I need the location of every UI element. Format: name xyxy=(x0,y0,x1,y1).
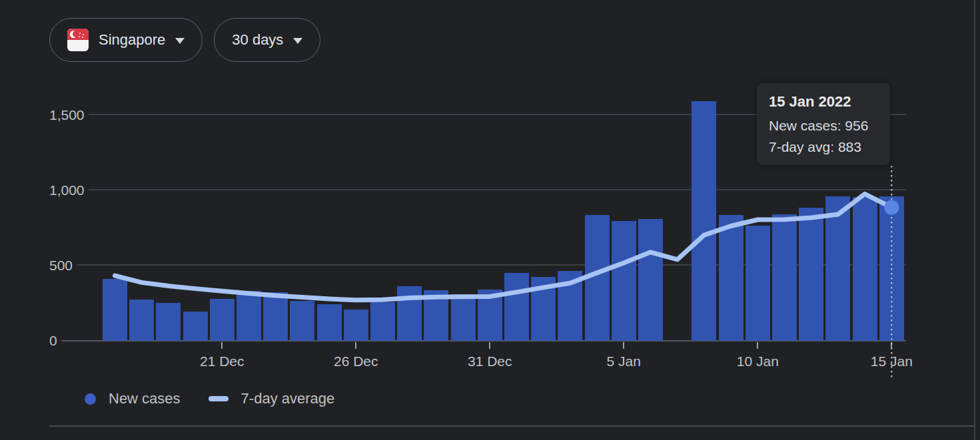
bar-5-jan[interactable] xyxy=(612,221,636,341)
x-axis-label: 31 Dec xyxy=(468,353,512,369)
bar-19-dec[interactable] xyxy=(156,303,181,341)
bar-6-jan[interactable] xyxy=(638,219,663,340)
chart-legend: New cases 7-day average xyxy=(85,390,334,407)
covid-stats-panel: Singapore 30 days 05001,0001,50021 Dec26… xyxy=(0,0,980,440)
highlight-dot xyxy=(884,200,899,215)
bar-21-dec[interactable] xyxy=(210,299,235,341)
tooltip-new-cases: New cases: 956 xyxy=(769,115,878,136)
bar-30-dec[interactable] xyxy=(451,294,476,340)
x-axis-label: 21 Dec xyxy=(200,353,245,369)
avg-line-marker-icon xyxy=(209,396,229,401)
legend-item-avg: 7-day average xyxy=(209,390,335,407)
bar-13-jan[interactable] xyxy=(825,196,850,341)
bar-26-dec[interactable] xyxy=(344,310,368,340)
y-axis-label: 1,000 xyxy=(49,182,85,198)
new-cases-marker-icon xyxy=(85,393,96,405)
bar-22-dec[interactable] xyxy=(237,291,261,341)
bar-12-jan[interactable] xyxy=(799,208,823,340)
bar-1-jan[interactable] xyxy=(504,273,529,341)
bar-14-jan[interactable] xyxy=(853,197,877,340)
bar-20-dec[interactable] xyxy=(183,312,208,340)
y-axis-label: 500 xyxy=(49,258,73,273)
bar-25-dec[interactable] xyxy=(317,304,342,341)
bar-11-jan[interactable] xyxy=(772,214,797,341)
bar-27-dec[interactable] xyxy=(370,302,395,341)
bar-9-jan[interactable] xyxy=(719,215,743,341)
bar-18-dec[interactable] xyxy=(129,300,154,340)
bar-10-jan[interactable] xyxy=(745,226,770,340)
new-cases-chart[interactable]: 05001,0001,50021 Dec26 Dec31 Dec5 Jan10 … xyxy=(0,0,980,440)
legend-label: 7-day average xyxy=(241,390,335,407)
y-axis-label: 1,500 xyxy=(49,107,85,122)
chart-tooltip: 15 Jan 2022 New cases: 956 7-day avg: 88… xyxy=(757,83,890,165)
y-axis-label: 0 xyxy=(49,333,57,348)
section-divider xyxy=(49,425,975,427)
x-axis-label: 26 Dec xyxy=(334,353,378,369)
x-axis-label: 10 Jan xyxy=(737,353,779,369)
bar-8-jan[interactable] xyxy=(692,101,716,341)
bar-24-dec[interactable] xyxy=(290,301,314,341)
panel-right-edge xyxy=(974,0,975,440)
legend-item-new-cases: New cases xyxy=(85,390,181,407)
bar-23-dec[interactable] xyxy=(263,292,288,341)
tooltip-avg: 7-day avg: 883 xyxy=(769,136,878,158)
tooltip-date: 15 Jan 2022 xyxy=(769,93,878,110)
legend-label: New cases xyxy=(109,390,181,407)
x-axis-label: 5 Jan xyxy=(607,353,641,369)
bar-28-dec[interactable] xyxy=(397,286,422,340)
bar-17-dec[interactable] xyxy=(103,279,127,341)
